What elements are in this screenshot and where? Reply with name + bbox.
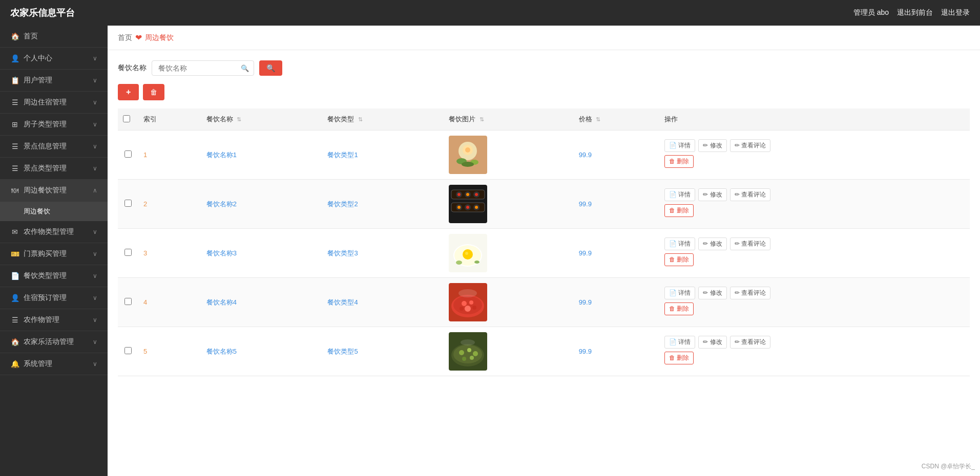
select-all-checkbox[interactable] bbox=[123, 115, 130, 122]
sort-type-icon[interactable]: ⇅ bbox=[358, 116, 363, 122]
review-button-5[interactable]: ✏ 查看评论 bbox=[730, 336, 770, 349]
edit-button-2[interactable]: ✏ 修改 bbox=[698, 188, 726, 201]
sort-name-icon[interactable]: ⇅ bbox=[237, 116, 241, 122]
edit-button-1[interactable]: ✏ 修改 bbox=[698, 139, 726, 152]
svg-point-43 bbox=[467, 348, 471, 352]
row-name: 餐饮名称1 bbox=[201, 131, 323, 180]
sidebar-item-sys-mgmt[interactable]: 🔔 系统管理 ∨ bbox=[0, 353, 108, 375]
sidebar-item-scenic-info[interactable]: ☰ 景点信息管理 ∨ bbox=[0, 136, 108, 158]
sidebar-sub-nearby-food[interactable]: 周边餐饮 bbox=[0, 202, 108, 221]
row-index: 1 bbox=[138, 131, 201, 180]
row-price-value: 99.9 bbox=[579, 249, 592, 257]
edit-button-5[interactable]: ✏ 修改 bbox=[698, 336, 726, 349]
row-price: 99.9 bbox=[574, 180, 659, 229]
sidebar-label-reservation: 住宿预订管理 bbox=[24, 293, 67, 302]
row-image-cell bbox=[444, 131, 574, 180]
search-input[interactable] bbox=[152, 60, 254, 76]
row-image-cell bbox=[444, 327, 574, 376]
row-name-value[interactable]: 餐饮名称4 bbox=[206, 298, 237, 306]
search-button[interactable]: 🔍 bbox=[259, 60, 282, 76]
svg-point-15 bbox=[475, 193, 478, 196]
sidebar-label-scenic-info: 景点信息管理 bbox=[24, 142, 67, 151]
chevron-scenic-type: ∨ bbox=[93, 165, 97, 172]
review-button-2[interactable]: ✏ 查看评论 bbox=[730, 188, 770, 201]
review-button-4[interactable]: ✏ 查看评论 bbox=[730, 287, 770, 299]
sidebar-item-personal[interactable]: 👤 个人中心 ∨ bbox=[0, 48, 108, 70]
detail-button-3[interactable]: 📄 详情 bbox=[664, 237, 695, 250]
sidebar-item-nearby-food[interactable]: 🍽 周边餐饮管理 ∧ bbox=[0, 180, 108, 202]
row-type-value[interactable]: 餐饮类型1 bbox=[327, 151, 358, 159]
row-checkbox-3[interactable] bbox=[124, 249, 132, 256]
row-name-value[interactable]: 餐饮名称5 bbox=[206, 348, 237, 355]
detail-button-5[interactable]: 📄 详情 bbox=[664, 336, 695, 349]
detail-button-1[interactable]: 📄 详情 bbox=[664, 139, 695, 152]
row-checkbox-2[interactable] bbox=[124, 200, 132, 207]
detail-button-2[interactable]: 📄 详情 bbox=[664, 188, 695, 201]
row-index-value[interactable]: 4 bbox=[143, 298, 147, 306]
sidebar-item-food-type[interactable]: 📄 餐饮类型管理 ∨ bbox=[0, 265, 108, 287]
sidebar-item-activity[interactable]: 🏠 农家乐活动管理 ∨ bbox=[0, 331, 108, 353]
data-table: 索引 餐饮名称 ⇅ 餐饮类型 ⇅ 餐饮图片 ⇅ 价格 ⇅ 操作 1 餐饮名称1 bbox=[118, 109, 970, 376]
sidebar-item-farm-type[interactable]: ✉ 农作物类型管理 ∨ bbox=[0, 221, 108, 243]
sidebar-item-reservation[interactable]: 👤 住宿预订管理 ∨ bbox=[0, 287, 108, 309]
detail-button-4[interactable]: 📄 详情 bbox=[664, 287, 695, 299]
svg-point-27 bbox=[465, 252, 468, 255]
btn-logout[interactable]: 退出登录 bbox=[941, 8, 970, 17]
edit-button-3[interactable]: ✏ 修改 bbox=[698, 237, 726, 250]
review-button-3[interactable]: ✏ 查看评论 bbox=[730, 237, 770, 250]
row-index: 3 bbox=[138, 229, 201, 278]
header-right: 管理员 abo 退出到前台 退出登录 bbox=[853, 8, 970, 17]
row-name-value[interactable]: 餐饮名称2 bbox=[206, 200, 237, 208]
row-name-value[interactable]: 餐饮名称1 bbox=[206, 151, 237, 159]
sidebar-label-home: 首页 bbox=[24, 32, 38, 41]
sidebar-item-user-mgmt[interactable]: 📋 用户管理 ∨ bbox=[0, 70, 108, 92]
row-ops: 📄 详情 ✏ 修改 ✏ 查看评论 🗑 删除 bbox=[659, 327, 970, 376]
sidebar-item-nearby-lodge[interactable]: ☰ 周边住宿管理 ∨ bbox=[0, 92, 108, 114]
sort-image-icon[interactable]: ⇅ bbox=[479, 116, 484, 122]
row-index-value[interactable]: 3 bbox=[143, 249, 147, 257]
row-checkbox-1[interactable] bbox=[124, 150, 132, 158]
row-ops: 📄 详情 ✏ 修改 ✏ 查看评论 🗑 删除 bbox=[659, 131, 970, 180]
delete-button-3[interactable]: 🗑 删除 bbox=[664, 253, 694, 266]
home-icon: 🏠 bbox=[10, 32, 19, 40]
row-price: 99.9 bbox=[574, 327, 659, 376]
delete-button-2[interactable]: 🗑 删除 bbox=[664, 204, 694, 217]
row-image-cell bbox=[444, 229, 574, 278]
row-checkbox-5[interactable] bbox=[124, 347, 132, 354]
search-inner-icon: 🔍 bbox=[241, 64, 249, 72]
row-type: 餐饮类型1 bbox=[322, 131, 444, 180]
svg-point-11 bbox=[457, 193, 461, 196]
bulk-delete-button[interactable]: 🗑 bbox=[143, 84, 164, 100]
th-price: 价格 ⇅ bbox=[574, 109, 659, 131]
sidebar-item-scenic-type[interactable]: ☰ 景点类型管理 ∨ bbox=[0, 158, 108, 180]
row-checkbox-4[interactable] bbox=[124, 298, 132, 305]
row-type-value[interactable]: 餐饮类型4 bbox=[327, 298, 358, 306]
edit-button-4[interactable]: ✏ 修改 bbox=[698, 287, 726, 299]
row-type-value[interactable]: 餐饮类型3 bbox=[327, 249, 358, 257]
sort-price-icon[interactable]: ⇅ bbox=[596, 116, 600, 122]
app-header: 农家乐信息平台 管理员 abo 退出到前台 退出登录 bbox=[0, 0, 980, 26]
row-type-value[interactable]: 餐饮类型2 bbox=[327, 200, 358, 208]
add-button[interactable]: + bbox=[118, 84, 139, 100]
sidebar-label-food-type: 餐饮类型管理 bbox=[24, 271, 67, 280]
delete-button-5[interactable]: 🗑 删除 bbox=[664, 352, 694, 364]
table-row: 1 餐饮名称1 餐饮类型1 99.9 📄 详情 ✏ 修改 ✏ 查看评论 bbox=[118, 131, 970, 180]
row-index-value[interactable]: 2 bbox=[143, 200, 147, 208]
table-header-row: 索引 餐饮名称 ⇅ 餐饮类型 ⇅ 餐饮图片 ⇅ 价格 ⇅ 操作 bbox=[118, 109, 970, 131]
food-image-1 bbox=[449, 136, 487, 174]
delete-button-1[interactable]: 🗑 删除 bbox=[664, 155, 694, 168]
sidebar-item-ticket[interactable]: 🎫 门票购买管理 ∨ bbox=[0, 243, 108, 265]
farm-mgmt-icon: ☰ bbox=[10, 316, 19, 324]
sidebar-item-room-type[interactable]: ⊞ 房子类型管理 ∨ bbox=[0, 114, 108, 136]
breadcrumb-home[interactable]: 首页 bbox=[118, 33, 132, 42]
row-index-value[interactable]: 5 bbox=[143, 348, 147, 355]
sidebar-item-farm-mgmt[interactable]: ☰ 农作物管理 ∨ bbox=[0, 309, 108, 331]
sidebar-item-home[interactable]: 🏠 首页 bbox=[0, 26, 108, 48]
delete-button-4[interactable]: 🗑 删除 bbox=[664, 302, 694, 315]
row-name-value[interactable]: 餐饮名称3 bbox=[206, 249, 237, 257]
row-checkbox-cell bbox=[118, 229, 138, 278]
btn-front[interactable]: 退出到前台 bbox=[897, 8, 933, 17]
row-type-value[interactable]: 餐饮类型5 bbox=[327, 348, 358, 355]
row-index-value[interactable]: 1 bbox=[143, 151, 147, 159]
review-button-1[interactable]: ✏ 查看评论 bbox=[730, 139, 770, 152]
